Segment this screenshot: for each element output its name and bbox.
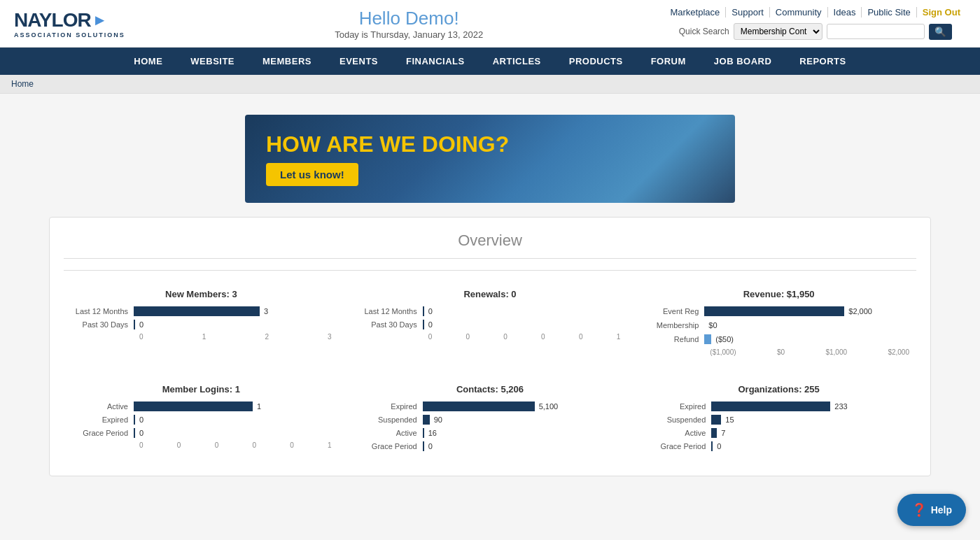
orgs-label-active: Active bbox=[648, 429, 711, 437]
contacts-bar-active bbox=[423, 428, 424, 438]
contacts-bar-suspended bbox=[423, 415, 430, 425]
orgs-row-active: Active 7 bbox=[648, 428, 909, 438]
nav-website[interactable]: WEBSITE bbox=[176, 48, 248, 75]
contacts-bar-expired bbox=[423, 402, 535, 411]
revenue-val-eventreg: $2,000 bbox=[848, 307, 872, 315]
main-content: HOW ARE WE DOING? Let us know! Overview … bbox=[35, 94, 945, 490]
contacts-label-active: Active bbox=[360, 429, 423, 437]
renewals-bar-30d bbox=[423, 320, 424, 329]
ideas-link[interactable]: Ideas bbox=[828, 7, 862, 17]
new-members-label-30d: Past 30 Days bbox=[71, 320, 134, 329]
contacts-label-grace: Grace Period bbox=[360, 442, 423, 450]
nav-forum[interactable]: FORUM bbox=[637, 48, 700, 75]
revenue-label-eventreg: Event Reg bbox=[648, 307, 704, 315]
renewals-val-30d: 0 bbox=[428, 320, 433, 329]
logins-row-expired: Expired 0 bbox=[71, 415, 332, 425]
nav-events[interactable]: EVENTS bbox=[326, 48, 392, 75]
new-members-label-12mo: Last 12 Months bbox=[71, 307, 134, 315]
member-logins-chart: Member Logins: 1 Active 1 Expired 0 bbox=[64, 377, 339, 462]
publicsite-link[interactable]: Public Site bbox=[862, 7, 916, 17]
signout-link[interactable]: Sign Out bbox=[917, 7, 966, 17]
orgs-label-grace: Grace Period bbox=[648, 442, 711, 450]
new-members-bar-12mo bbox=[134, 306, 260, 316]
logo-arrow-icon: ► bbox=[92, 11, 107, 29]
orgs-val-active: 7 bbox=[721, 429, 725, 437]
revenue-bar-eventreg bbox=[704, 306, 844, 316]
search-bar: Quick Search Membership Cont 🔍 bbox=[679, 23, 952, 40]
new-members-val-12mo: 3 bbox=[264, 307, 268, 315]
revenue-axis: ($1,000)$0$1,000$2,000 bbox=[648, 348, 909, 356]
greeting-date: Today is Thursday, January 13, 2022 bbox=[153, 29, 665, 40]
revenue-row-refund: Refund ($50) bbox=[648, 334, 909, 344]
contacts-bar-grace bbox=[423, 441, 424, 451]
revenue-label-refund: Refund bbox=[648, 335, 704, 343]
contacts-title: Contacts: 5,206 bbox=[360, 384, 621, 395]
nav-bar: HOME WEBSITE MEMBERS EVENTS FINANCIALS A… bbox=[0, 48, 980, 75]
renewals-title: Renewals: 0 bbox=[360, 289, 621, 299]
contacts-row-active: Active 16 bbox=[360, 428, 621, 438]
breadcrumb-home[interactable]: Home bbox=[11, 79, 34, 89]
contacts-label-suspended: Suspended bbox=[360, 415, 423, 424]
renewals-label-30d: Past 30 Days bbox=[360, 320, 423, 329]
renewals-label-12mo: Last 12 Months bbox=[360, 307, 423, 315]
nav-reports[interactable]: REPORTS bbox=[785, 48, 860, 75]
support-link[interactable]: Support bbox=[726, 7, 770, 17]
logo-area: NAYLOR ► ASSOCIATION SOLUTIONS bbox=[14, 9, 125, 38]
greeting-area: Hello Demo! Today is Thursday, January 1… bbox=[125, 8, 665, 40]
logins-row-grace: Grace Period 0 bbox=[71, 428, 332, 438]
orgs-row-grace: Grace Period 0 bbox=[648, 441, 909, 451]
renewals-row-12mo: Last 12 Months 0 bbox=[360, 306, 621, 316]
organizations-title: Organizations: 255 bbox=[648, 384, 909, 395]
orgs-row-suspended: Suspended 15 bbox=[648, 415, 909, 425]
new-members-row-30d: Past 30 Days 0 bbox=[71, 320, 332, 329]
banner-title: HOW ARE WE DOING? bbox=[266, 132, 714, 157]
revenue-val-refund: ($50) bbox=[715, 335, 734, 343]
search-category-select[interactable]: Membership Cont bbox=[734, 23, 822, 40]
logins-label-grace: Grace Period bbox=[71, 429, 134, 437]
greeting-title: Hello Demo! bbox=[153, 8, 665, 29]
contacts-val-expired: 5,100 bbox=[539, 402, 559, 411]
revenue-row-membership: Membership $0 bbox=[648, 320, 909, 330]
contacts-row-suspended: Suspended 90 bbox=[360, 415, 621, 425]
orgs-bar-active bbox=[711, 428, 717, 438]
contacts-row-expired: Expired 5,100 bbox=[360, 402, 621, 411]
search-button[interactable]: 🔍 bbox=[929, 24, 952, 40]
logins-bar-expired bbox=[134, 415, 135, 425]
overview-title: Overview bbox=[64, 232, 916, 259]
logins-val-active: 1 bbox=[257, 402, 261, 411]
header: NAYLOR ► ASSOCIATION SOLUTIONS Hello Dem… bbox=[0, 0, 980, 48]
logins-val-grace: 0 bbox=[139, 429, 144, 437]
logins-bar-grace bbox=[134, 428, 135, 438]
contacts-val-grace: 0 bbox=[428, 442, 433, 450]
marketplace-link[interactable]: Marketplace bbox=[664, 7, 726, 17]
orgs-val-expired: 233 bbox=[834, 402, 847, 411]
nav-articles[interactable]: ARTICLES bbox=[479, 48, 555, 75]
breadcrumb: Home bbox=[0, 75, 980, 94]
contacts-val-suspended: 90 bbox=[434, 415, 442, 424]
orgs-val-suspended: 15 bbox=[725, 415, 734, 424]
orgs-val-grace: 0 bbox=[717, 442, 721, 450]
nav-home[interactable]: HOME bbox=[120, 48, 176, 75]
nav-financials[interactable]: FINANCIALS bbox=[392, 48, 479, 75]
top-nav: Marketplace Support Community Ideas Publ… bbox=[664, 7, 966, 40]
search-input[interactable] bbox=[827, 24, 925, 39]
community-link[interactable]: Community bbox=[770, 7, 828, 17]
logins-label-expired: Expired bbox=[71, 415, 134, 424]
overview-divider bbox=[64, 270, 916, 271]
nav-jobboard[interactable]: JOB BOARD bbox=[700, 48, 786, 75]
renewals-row-30d: Past 30 Days 0 bbox=[360, 320, 621, 329]
revenue-bar-refund bbox=[704, 334, 711, 344]
new-members-row-12mo: Last 12 Months 3 bbox=[71, 306, 332, 316]
banner-button[interactable]: Let us know! bbox=[266, 163, 358, 186]
contacts-chart: Contacts: 5,206 Expired 5,100 Suspended … bbox=[353, 377, 628, 462]
renewals-chart: Renewals: 0 Last 12 Months 0 Past 30 Day… bbox=[353, 282, 628, 363]
new-members-bar-30d bbox=[134, 320, 135, 329]
renewals-val-12mo: 0 bbox=[428, 307, 433, 315]
logins-row-active: Active 1 bbox=[71, 402, 332, 411]
revenue-label-membership: Membership bbox=[648, 321, 704, 329]
nav-products[interactable]: PRODUCTS bbox=[555, 48, 637, 75]
logo: NAYLOR ► bbox=[14, 9, 125, 31]
survey-banner[interactable]: HOW ARE WE DOING? Let us know! bbox=[245, 115, 735, 203]
nav-members[interactable]: MEMBERS bbox=[248, 48, 326, 75]
revenue-val-membership: $0 bbox=[708, 321, 717, 329]
